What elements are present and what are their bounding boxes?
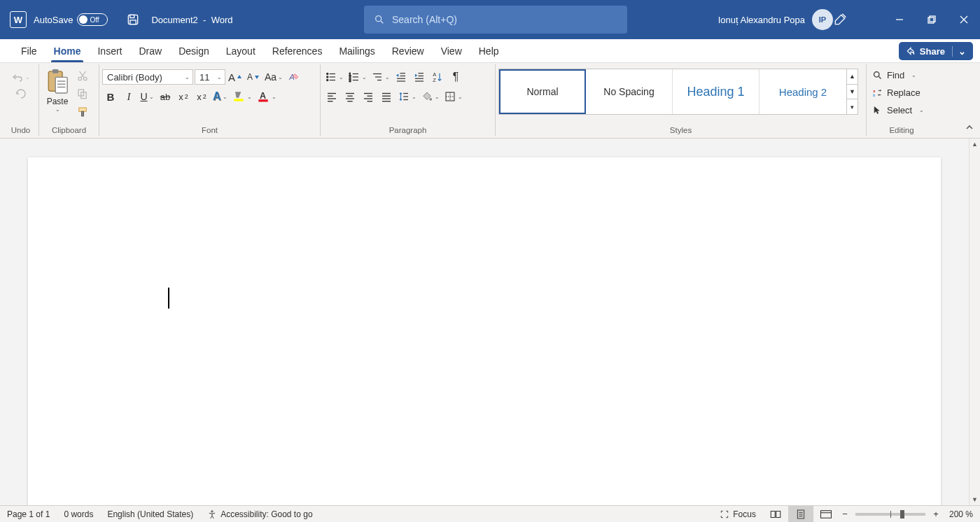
search-box[interactable]: Search (Alt+Q) xyxy=(364,6,627,34)
coming-soon-icon[interactable] xyxy=(832,11,848,28)
style-heading-2[interactable]: Heading 2 xyxy=(760,69,846,114)
scroll-track[interactable] xyxy=(969,150,980,494)
share-button[interactable]: Share ⌄ xyxy=(899,42,973,60)
styles-expand-icon[interactable]: ▾ xyxy=(847,99,858,114)
align-left-button[interactable] xyxy=(323,88,340,105)
close-button[interactable] xyxy=(948,0,980,39)
svg-rect-6 xyxy=(928,17,934,23)
zoom-out-button[interactable]: − xyxy=(839,506,851,522)
styles-scroll-down-icon[interactable]: ▼ xyxy=(847,85,858,100)
font-size-combo[interactable]: 11⌄ xyxy=(195,69,225,85)
copy-button[interactable] xyxy=(74,85,91,102)
accessibility-status[interactable]: Accessibility: Good to go xyxy=(200,506,319,522)
word-count[interactable]: 0 words xyxy=(57,506,100,522)
superscript-button[interactable]: x2 xyxy=(193,88,210,105)
highlight-button[interactable]: ⌄ xyxy=(230,88,253,105)
print-layout-button[interactable] xyxy=(788,506,813,522)
align-center-button[interactable] xyxy=(342,88,358,105)
document-area xyxy=(0,139,969,505)
collapse-ribbon-icon[interactable] xyxy=(963,121,976,134)
focus-mode-button[interactable]: Focus xyxy=(713,506,763,522)
paste-button[interactable]: Paste ⌄ xyxy=(42,66,73,113)
account-area[interactable]: Ionuț Alexandru Popa IP xyxy=(718,9,833,30)
select-button[interactable]: Select⌄ xyxy=(869,102,927,118)
underline-button[interactable]: U⌄ xyxy=(139,88,155,105)
svg-text:3: 3 xyxy=(349,78,351,83)
show-marks-button[interactable]: ¶ xyxy=(447,69,464,85)
change-case-button[interactable]: Aa⌄ xyxy=(263,69,284,85)
svg-text:b: b xyxy=(873,93,875,97)
grow-font-button[interactable]: A xyxy=(227,69,244,85)
strikethrough-button[interactable]: ab xyxy=(157,88,174,105)
svg-rect-22 xyxy=(79,108,87,111)
tab-design[interactable]: Design xyxy=(170,39,218,62)
borders-button[interactable]: ⌄ xyxy=(442,88,464,105)
numbering-button[interactable]: 123⌄ xyxy=(346,69,368,85)
shading-button[interactable]: ⌄ xyxy=(419,88,441,105)
zoom-slider[interactable] xyxy=(855,513,925,516)
sort-button[interactable]: AZ xyxy=(429,69,446,85)
line-spacing-button[interactable]: ⌄ xyxy=(396,88,418,105)
style-normal[interactable]: Normal xyxy=(499,69,586,114)
svg-point-3 xyxy=(376,16,382,22)
format-painter-button[interactable] xyxy=(74,104,91,120)
share-dropdown-icon[interactable]: ⌄ xyxy=(952,46,966,57)
cut-button[interactable] xyxy=(74,67,91,84)
undo-group-label: Undo xyxy=(6,126,36,136)
increase-indent-button[interactable] xyxy=(411,69,428,85)
tab-file[interactable]: File xyxy=(13,39,46,62)
scroll-up-icon[interactable]: ▲ xyxy=(969,139,980,150)
clear-formatting-button[interactable]: A xyxy=(286,69,302,85)
status-bar: Page 1 of 1 0 words English (United Stat… xyxy=(0,505,980,522)
maximize-button[interactable] xyxy=(916,0,948,39)
svg-rect-2 xyxy=(130,20,136,24)
web-layout-button[interactable] xyxy=(813,506,839,522)
document-page[interactable] xyxy=(28,157,941,505)
text-effects-button[interactable]: A⌄ xyxy=(211,88,229,105)
title-bar: W AutoSave Off Document2 - Word Search (… xyxy=(0,0,980,39)
language-status[interactable]: English (United States) xyxy=(100,506,200,522)
undo-button[interactable]: ⌄ xyxy=(10,69,31,85)
svg-point-28 xyxy=(327,73,328,74)
subscript-button[interactable]: x2 xyxy=(175,88,192,105)
page-info[interactable]: Page 1 of 1 xyxy=(0,506,57,522)
read-mode-button[interactable] xyxy=(763,506,788,522)
font-color-button[interactable]: A⌄ xyxy=(255,88,278,105)
font-name-combo[interactable]: Calibri (Body)⌄ xyxy=(102,69,193,85)
tab-insert[interactable]: Insert xyxy=(89,39,130,62)
shrink-font-button[interactable]: A xyxy=(245,69,262,85)
autosave-toggle[interactable]: Off xyxy=(77,13,108,26)
paste-dropdown-icon[interactable]: ⌄ xyxy=(55,106,60,113)
find-button[interactable]: Find⌄ xyxy=(869,67,927,83)
tab-home[interactable]: Home xyxy=(46,39,90,62)
bold-button[interactable]: B xyxy=(102,88,119,105)
vertical-scrollbar[interactable]: ▲ ▼ xyxy=(969,139,980,505)
tab-layout[interactable]: Layout xyxy=(218,39,264,62)
decrease-indent-button[interactable] xyxy=(393,69,410,85)
minimize-button[interactable] xyxy=(883,0,916,39)
style-heading-1[interactable]: Heading 1 xyxy=(673,69,760,114)
save-button[interactable] xyxy=(119,11,147,28)
justify-button[interactable] xyxy=(378,88,395,105)
align-right-button[interactable] xyxy=(360,88,377,105)
zoom-in-button[interactable]: + xyxy=(930,506,942,522)
styles-scroll-up-icon[interactable]: ▲ xyxy=(847,69,858,85)
tab-help[interactable]: Help xyxy=(470,39,507,62)
redo-button[interactable] xyxy=(13,85,29,102)
document-title: Document2 - Word xyxy=(151,15,232,25)
tab-mailings[interactable]: Mailings xyxy=(330,39,383,62)
replace-button[interactable]: ab Replace xyxy=(869,85,927,100)
tab-references[interactable]: References xyxy=(264,39,331,62)
italic-button[interactable]: I xyxy=(120,88,137,105)
tab-draw[interactable]: Draw xyxy=(130,39,170,62)
tab-view[interactable]: View xyxy=(433,39,470,62)
style-no-spacing[interactable]: No Spacing xyxy=(586,69,673,114)
text-cursor xyxy=(168,288,169,309)
ribbon: ⌄ Undo Paste ⌄ Clipboard Calibri (Body)⌄… xyxy=(0,63,980,139)
multilevel-list-button[interactable]: ⌄ xyxy=(370,69,391,85)
tab-review[interactable]: Review xyxy=(384,39,433,62)
scroll-down-icon[interactable]: ▼ xyxy=(969,494,980,505)
accessibility-label: Accessibility: Good to go xyxy=(220,509,312,519)
zoom-level[interactable]: 200 % xyxy=(942,506,980,522)
bullets-button[interactable]: ⌄ xyxy=(323,69,345,85)
